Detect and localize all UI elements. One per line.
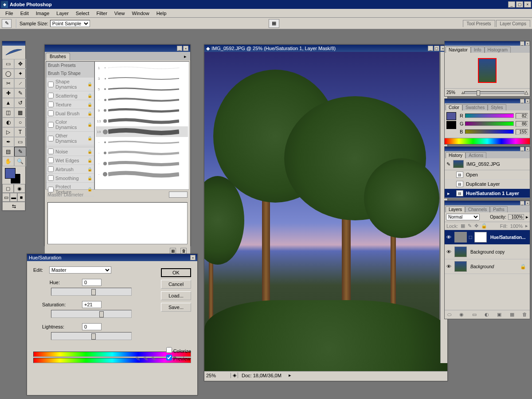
sample-size-select[interactable]: Point Sample: [50, 20, 90, 27]
layer-mask-thumb[interactable]: [474, 232, 487, 243]
menu-help[interactable]: Help: [153, 10, 170, 17]
scattering[interactable]: Scattering🔒: [46, 91, 94, 100]
blend-mode-select[interactable]: Normal: [446, 214, 480, 220]
zoom-value[interactable]: 25%: [204, 373, 231, 378]
menu-filter[interactable]: Filter: [93, 10, 110, 17]
huesat-close[interactable]: ×: [190, 255, 196, 260]
tab-actions[interactable]: Actions: [466, 152, 486, 158]
fill-value[interactable]: 100%: [510, 223, 523, 229]
g-value[interactable]: 86: [516, 121, 528, 127]
ok-button[interactable]: OK: [161, 268, 191, 277]
saturation-slider[interactable]: [51, 310, 132, 318]
master-diameter-input[interactable]: [169, 192, 188, 198]
history-item[interactable]: ▸▤Hue/Saturation 1 Layer: [445, 189, 530, 198]
move-tool[interactable]: ✥: [14, 59, 26, 69]
menu-window[interactable]: Window: [129, 10, 153, 17]
shape-tool[interactable]: ▭: [14, 137, 26, 147]
cancel-button[interactable]: Cancel: [161, 280, 191, 289]
menu-image[interactable]: Image: [32, 10, 53, 17]
save-button[interactable]: Save...: [161, 303, 191, 312]
nav-zoom[interactable]: 25%: [446, 90, 462, 95]
eyedropper-icon[interactable]: ✎: [135, 355, 141, 362]
color-spectrum[interactable]: [445, 138, 530, 144]
b-slider[interactable]: [465, 129, 514, 134]
brushes-tab[interactable]: Brushes: [46, 53, 70, 60]
type-tool[interactable]: T: [14, 127, 26, 137]
other-dynamics[interactable]: Other Dynamics🔒: [46, 132, 94, 145]
current-tool-icon[interactable]: ✎: [2, 19, 12, 28]
smoothing[interactable]: Smoothing🔒: [46, 174, 94, 183]
crop-tool[interactable]: ✂: [2, 78, 14, 88]
notes-tool[interactable]: ▤: [2, 147, 14, 156]
tab-histogram[interactable]: Histogram: [485, 47, 511, 53]
maximize-button[interactable]: ▢: [516, 1, 523, 8]
shape-dynamics[interactable]: Shape Dynamics🔒: [46, 78, 94, 91]
marquee-tool[interactable]: ▭: [2, 59, 14, 69]
wand-tool[interactable]: ✦: [14, 69, 26, 78]
quickmask-mode[interactable]: ◉: [14, 184, 25, 193]
screen-full-menubar[interactable]: ▬: [10, 193, 17, 202]
lock-all-icon[interactable]: 🔒: [481, 223, 487, 229]
dual-brush[interactable]: Dual Brush🔒: [46, 109, 94, 118]
layers-close[interactable]: ×: [525, 201, 530, 205]
color-dynamics[interactable]: Color Dynamics🔒: [46, 118, 94, 132]
edit-select[interactable]: Master: [49, 266, 111, 274]
opacity-value[interactable]: 100%: [508, 214, 524, 220]
screen-standard[interactable]: ▭: [2, 193, 10, 202]
brushes-menu-icon[interactable]: ▸: [181, 53, 189, 60]
brush-tip-shape[interactable]: Brush Tip Shape: [46, 70, 94, 78]
zoom-in-icon[interactable]: △: [524, 90, 528, 95]
layer-item[interactable]: 👁 ⬚ Hue/Saturation...: [445, 230, 530, 245]
colorize-checkbox[interactable]: Colorize: [166, 347, 191, 354]
tab-swatches[interactable]: Swatches: [462, 104, 488, 110]
history-brush-icon[interactable]: ✎: [446, 161, 450, 167]
hue-sat-titlebar[interactable]: Hue/Saturation ×: [27, 254, 197, 261]
hue-slider[interactable]: [51, 288, 132, 296]
history-item[interactable]: ▤Open: [445, 170, 530, 180]
lock-brush-icon[interactable]: ✎: [468, 223, 472, 229]
hue-input[interactable]: [82, 279, 102, 286]
hist-min[interactable]: _: [520, 147, 524, 151]
standard-mode[interactable]: ▢: [2, 184, 14, 193]
hand-tool[interactable]: ✋: [2, 156, 14, 166]
texture[interactable]: Texture🔒: [46, 100, 94, 109]
brushes-minimize[interactable]: _: [177, 46, 182, 51]
link-icon[interactable]: ⬚: [469, 235, 473, 239]
noise[interactable]: Noise🔒: [46, 147, 94, 156]
color-min[interactable]: _: [520, 99, 524, 103]
menu-file[interactable]: File: [2, 10, 17, 17]
trash-icon[interactable]: 🗑: [180, 248, 187, 254]
screen-full[interactable]: ■: [17, 193, 25, 202]
visibility-icon[interactable]: 👁: [446, 235, 453, 240]
tab-color[interactable]: Color: [446, 104, 462, 110]
color-swatches[interactable]: [2, 166, 25, 184]
color-fg[interactable]: [446, 112, 456, 120]
doc-maximize[interactable]: ▢: [434, 46, 439, 51]
tab-layers[interactable]: Layers: [446, 206, 465, 212]
r-value[interactable]: 82: [516, 113, 528, 119]
history-item[interactable]: ▤Duplicate Layer: [445, 180, 530, 189]
stamp-tool[interactable]: ▲: [2, 98, 14, 108]
new-group-icon[interactable]: ▣: [497, 312, 501, 317]
load-button[interactable]: Load...: [161, 291, 191, 300]
lock-pixels-icon[interactable]: ▦: [461, 223, 465, 229]
menu-layer[interactable]: Layer: [53, 10, 72, 17]
gradient-tool[interactable]: ▦: [14, 108, 26, 117]
canvas[interactable]: [204, 52, 447, 371]
dodge-tool[interactable]: ○: [14, 117, 26, 127]
slice-tool[interactable]: ⟋: [14, 78, 26, 88]
brush-tool[interactable]: ✎: [14, 88, 26, 98]
document-titlebar[interactable]: ◆ IMG_0592.JPG @ 25% (Hue/Saturation 1, …: [204, 45, 447, 52]
tab-history[interactable]: History: [446, 152, 466, 158]
layer-thumb[interactable]: [454, 232, 467, 243]
tab-styles[interactable]: Styles: [488, 104, 506, 110]
layer-mask-icon[interactable]: ▭: [472, 312, 477, 317]
layer-item[interactable]: 👁 Background 🔒: [445, 259, 530, 274]
doc-info-arrow[interactable]: ▸: [289, 372, 291, 378]
wet-edges[interactable]: Wet Edges🔒: [46, 156, 94, 165]
tab-info[interactable]: Info: [471, 47, 485, 53]
history-brush-tool[interactable]: ↺: [14, 98, 26, 108]
link-layers-icon[interactable]: ⬭: [447, 312, 451, 317]
brushes-titlebar[interactable]: _ ×: [45, 45, 190, 52]
b-value[interactable]: 155: [516, 129, 528, 135]
